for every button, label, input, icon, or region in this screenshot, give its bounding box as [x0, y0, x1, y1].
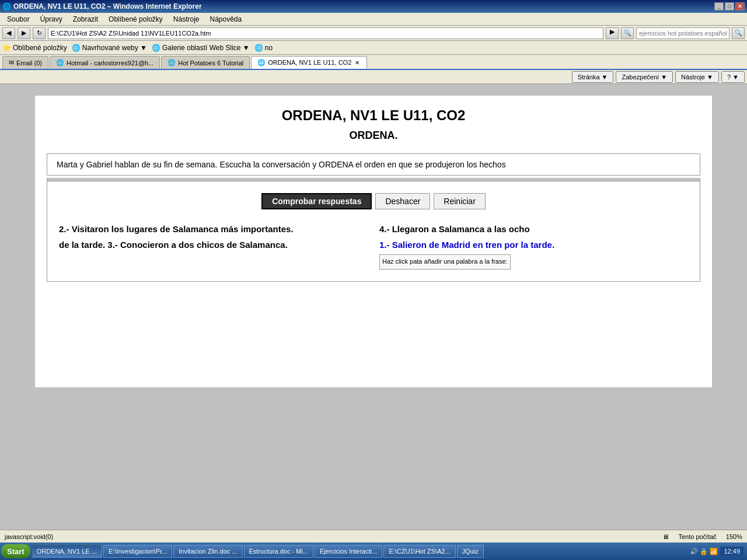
instruction-text: Marta y Gabriel hablan de su fin de sema…: [57, 160, 506, 169]
maximize-button[interactable]: □: [725, 2, 734, 10]
star-icon: ⭐: [2, 44, 11, 52]
tab-close-button[interactable]: ✕: [354, 60, 361, 66]
slice-icon: 🌐: [152, 44, 160, 52]
page-content: ORDENA, NV1 LE U11, CO2 ORDENA. Marta y …: [35, 96, 712, 387]
tab-hotpotatoes[interactable]: 🌐 Hot Potatoes 6 Tutorial: [161, 56, 250, 69]
minimize-button[interactable]: _: [714, 2, 724, 10]
menu-nastroje[interactable]: Nástroje: [169, 14, 204, 24]
exercise-box: Comprobar respuestas Deshacer Reiniciar …: [47, 181, 700, 282]
tab-hotpotatoes-icon: 🌐: [167, 59, 176, 66]
left-line2[interactable]: de la tarde. 3.- Conocieron a dos chicos…: [59, 237, 368, 253]
restart-button[interactable]: Reiniciar: [434, 193, 485, 209]
tabs-bar: ✉ Email (0) 🌐 Hotmail - carlostorres921@…: [0, 55, 747, 70]
menu-oblibene[interactable]: Oblíbené položky: [104, 14, 167, 24]
page-title: ORDENA, NV1 LE U11, CO2: [47, 107, 700, 124]
buttons-row: Comprobar respuestas Deshacer Reiniciar: [59, 193, 688, 209]
hint-text: Haz click pata añadir una palabra a la f…: [379, 254, 511, 270]
left-column: 2.- Visitaron los lugares de Salamanca m…: [59, 221, 368, 270]
content-area: ORDENA, NV1 LE U11, CO2 ORDENA. Marta y …: [0, 84, 747, 525]
menu-soubor[interactable]: Soubor: [2, 14, 34, 24]
window-icon: 🌐: [2, 2, 11, 10]
refresh-button[interactable]: ↻: [33, 27, 46, 39]
tab-email-icon: ✉: [9, 59, 14, 66]
toolbar-zabezpeceni[interactable]: Zabezpečení ▼: [616, 71, 673, 83]
check-button[interactable]: Comprobar respuestas: [261, 193, 372, 209]
menu-upravy[interactable]: Úpravy: [36, 14, 67, 24]
favorites-bar: ⭐ Oblíbené položky 🌐 Navrhované weby ▼ 🌐…: [0, 41, 747, 55]
toolbar-bar: Stránka ▼ Zabezpečení ▼ Nástroje ▼ ? ▼: [0, 70, 747, 84]
address-bar: ◀ ▶ ↻ ▶ 🔍 🔍: [0, 26, 747, 41]
title-bar: 🌐 ORDENA, NV1 LE U11, CO2 – Windows Inte…: [0, 0, 747, 13]
tab-ordena[interactable]: 🌐 ORDENA, NV1 LE U11, CO2 ✕: [251, 56, 367, 69]
menu-zobrazit[interactable]: Zobrazit: [68, 14, 103, 24]
address-input[interactable]: [48, 27, 603, 39]
favorites-label[interactable]: ⭐ Oblíbené položky: [2, 44, 67, 52]
web-slice[interactable]: 🌐 Galerie oblastí Web Slice ▼: [152, 44, 250, 52]
sentences-area: 2.- Visitaron los lugares de Salamanca m…: [59, 221, 688, 270]
tab-ordena-icon: 🌐: [257, 59, 266, 66]
title-bar-controls: _ □ ✕: [714, 2, 745, 10]
right-line2-blue[interactable]: 1.- Salieron de Madrid en tren por la ta…: [379, 237, 688, 253]
window-title: ORDENA, NV1 LE U11, CO2 – Windows Intern…: [13, 2, 202, 10]
forward-button[interactable]: ▶: [18, 27, 30, 39]
toolbar-help[interactable]: ? ▼: [721, 71, 745, 83]
no-link[interactable]: 🌐 no: [254, 44, 273, 52]
search-input[interactable]: [636, 27, 729, 39]
tab-hotmail[interactable]: 🌐 Hotmail - carlostorres921@h...: [50, 56, 160, 69]
close-button[interactable]: ✕: [735, 2, 745, 10]
right-line1[interactable]: 4.- Llegaron a Salamanca a las ocho: [379, 221, 688, 237]
tab-hotmail-icon: 🌐: [56, 59, 64, 66]
back-button[interactable]: ◀: [2, 27, 15, 39]
instruction-box: Marta y Gabriel hablan de su fin de sema…: [47, 153, 700, 176]
toolbar-stránka[interactable]: Stránka ▼: [572, 71, 614, 83]
right-column: 4.- Llegaron a Salamanca a las ocho 1.- …: [379, 221, 688, 270]
favorites-text[interactable]: Oblíbené položky: [13, 44, 67, 52]
tab-email[interactable]: ✉ Email (0): [2, 56, 48, 69]
left-line1[interactable]: 2.- Visitaron los lugares de Salamanca m…: [59, 221, 368, 237]
undo-button[interactable]: Deshacer: [375, 193, 430, 209]
ie-icon: 🌐: [72, 44, 81, 52]
go-button[interactable]: ▶: [606, 27, 619, 39]
search-go-button[interactable]: 🔍: [732, 27, 745, 39]
search-icon-btn[interactable]: 🔍: [621, 27, 634, 39]
menu-bar: Soubor Úpravy Zobrazit Oblíbené položky …: [0, 13, 747, 26]
toolbar-nastroje[interactable]: Nástroje ▼: [675, 71, 719, 83]
link-icon: 🌐: [254, 44, 263, 52]
page-subtitle: ORDENA.: [47, 130, 700, 142]
title-bar-left: 🌐 ORDENA, NV1 LE U11, CO2 – Windows Inte…: [2, 2, 202, 10]
suggested-sites[interactable]: 🌐 Navrhované weby ▼: [72, 44, 147, 52]
menu-napoveda[interactable]: Nápověda: [205, 14, 247, 24]
